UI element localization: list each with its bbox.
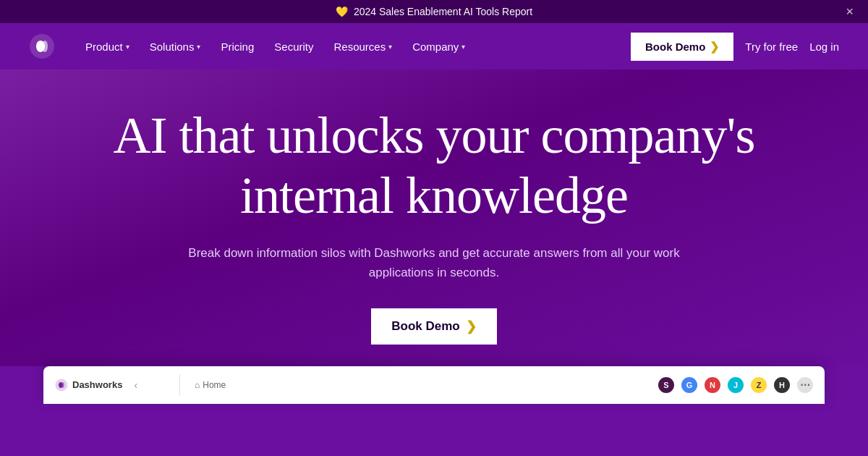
close-announcement-button[interactable]: × [846,4,854,20]
app-preview-logo-icon [55,379,68,392]
nav-item-pricing[interactable]: Pricing [212,35,263,59]
jira-icon[interactable]: J [728,377,744,393]
zendesk-icon[interactable]: Z [751,377,767,393]
app-preview-icons: S G N J Z H ⋯ [658,377,813,393]
nav-item-solutions[interactable]: Solutions ▾ [141,35,210,59]
app-preview-left: Dashworks ‹ [55,379,171,392]
slack-icon[interactable]: S [658,377,674,393]
solutions-chevron-icon: ▾ [197,43,200,51]
nav-links: Product ▾ Solutions ▾ Pricing Security R… [77,35,631,59]
book-demo-hero-button[interactable]: Book Demo ❯ [371,308,496,345]
google-icon[interactable]: G [681,377,697,393]
app-preview-logo-label: Dashworks [72,379,122,390]
nav-item-company[interactable]: Company ▾ [404,35,474,59]
github-icon[interactable]: H [774,377,790,393]
product-chevron-icon: ▾ [126,43,129,51]
app-preview: Dashworks ‹ ⌂ Home S G N J Z H ⋯ [43,366,825,404]
login-link[interactable]: Log in [809,41,839,53]
nav-item-security[interactable]: Security [265,35,322,59]
resources-chevron-icon: ▾ [388,43,392,51]
hero-title: AI that unlocks your company's internal … [109,106,760,226]
announcement-emoji: 💛 [336,6,348,17]
app-preview-home[interactable]: ⌂ Home [189,377,231,393]
logo[interactable] [29,33,55,59]
notion-icon[interactable]: N [705,377,720,393]
nav-item-product[interactable]: Product ▾ [77,35,138,59]
app-preview-collapse-icon[interactable]: ‹ [134,379,137,391]
try-free-link[interactable]: Try for free [745,41,798,53]
company-chevron-icon: ▾ [461,43,465,51]
logo-icon [29,33,55,59]
more-apps-icon[interactable]: ⋯ [797,377,813,393]
navbar: Product ▾ Solutions ▾ Pricing Security R… [0,23,868,69]
app-preview-logo: Dashworks [55,379,122,392]
app-preview-divider [179,374,180,396]
hero-section: AI that unlocks your company's internal … [0,69,868,366]
announcement-bar: 💛 2024 Sales Enablement AI Tools Report … [0,0,868,23]
app-preview-nav: ⌂ Home [189,377,231,393]
announcement-text[interactable]: 2024 Sales Enablement AI Tools Report [354,6,532,17]
nav-item-resources[interactable]: Resources ▾ [325,35,401,59]
hero-subtitle: Break down information silos with Dashwo… [181,243,687,282]
book-demo-hero-chevron-icon: ❯ [466,318,477,334]
nav-actions: Book Demo ❯ Try for free Log in [631,33,839,61]
home-icon: ⌂ [195,380,200,390]
book-demo-nav-chevron-icon: ❯ [710,40,719,54]
book-demo-nav-button[interactable]: Book Demo ❯ [631,33,733,61]
